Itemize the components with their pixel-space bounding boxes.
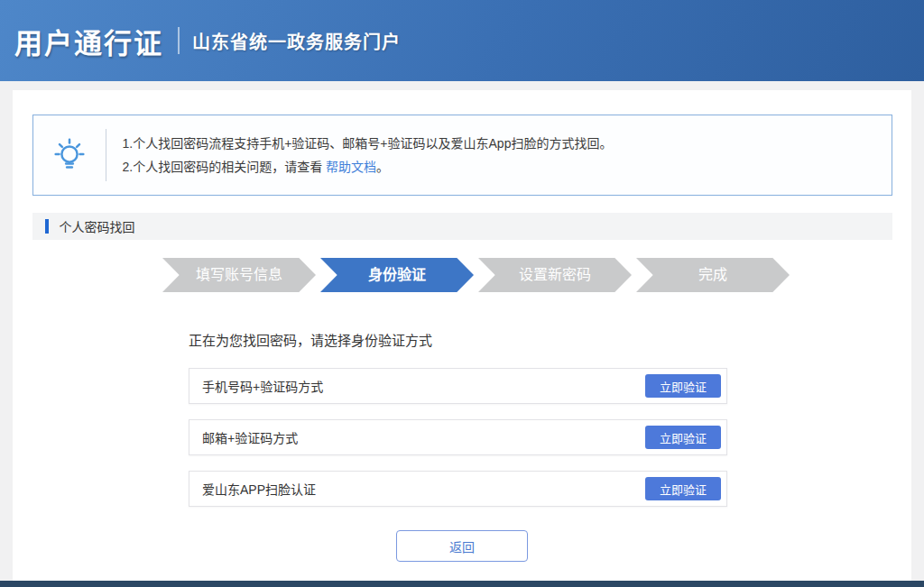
intro-text: 正在为您找回密码，请选择身份验证方式 [189, 332, 911, 350]
option-label-email: 邮箱+验证码方式 [202, 428, 298, 446]
option-label-app: 爱山东APP扫脸认证 [202, 480, 316, 498]
step-account-info: 填写账号信息 [162, 258, 316, 292]
lightbulb-icon [33, 134, 106, 176]
verify-button-phone[interactable]: 立即验证 [645, 374, 721, 398]
back-button[interactable]: 返回 [396, 530, 528, 562]
page-background: { "header": { "brand": "用户通行证", "portal"… [0, 0, 924, 587]
portal-title: 山东省统一政务服务门户 [192, 28, 401, 54]
notice-line-2-suffix: 。 [376, 160, 389, 174]
notice-box: 1.个人找回密码流程支持手机+验证码、邮箱号+验证码以及爱山东App扫脸的方式找… [32, 115, 892, 196]
option-row-email: 邮箱+验证码方式 立即验证 [189, 419, 727, 455]
option-label-phone: 手机号码+验证码方式 [202, 377, 323, 395]
accent-bar [45, 219, 49, 234]
verify-button-app[interactable]: 立即验证 [645, 477, 721, 500]
header-divider [178, 27, 180, 54]
brand-title: 用户通行证 [14, 21, 163, 61]
step-new-password: 设置新密码 [478, 258, 632, 292]
header: 用户通行证 山东省统一政务服务门户 [0, 0, 924, 81]
step-identity-verify: 身份验证 [320, 258, 474, 292]
step-complete: 完成 [636, 258, 790, 292]
options-list: 手机号码+验证码方式 立即验证 邮箱+验证码方式 立即验证 爱山东APP扫脸认证… [189, 368, 727, 507]
section-title-bar: 个人密码找回 [32, 213, 892, 240]
option-row-phone: 手机号码+验证码方式 立即验证 [189, 368, 727, 404]
notice-line-2: 2.个人找回密码的相关问题，请查看 帮助文档。 [123, 155, 613, 179]
notice-line-1: 1.个人找回密码流程支持手机+验证码、邮箱号+验证码以及爱山东App扫脸的方式找… [123, 132, 613, 155]
verify-button-email[interactable]: 立即验证 [645, 426, 721, 449]
steps-bar: 填写账号信息 身份验证 设置新密码 完成 [162, 258, 911, 292]
content-card: 1.个人找回密码流程支持手机+验证码、邮箱号+验证码以及爱山东App扫脸的方式找… [13, 90, 911, 582]
help-doc-link[interactable]: 帮助文档 [326, 160, 376, 174]
notice-text: 1.个人找回密码流程支持手机+验证码、邮箱号+验证码以及爱山东App扫脸的方式找… [106, 132, 613, 179]
notice-line-2-prefix: 2.个人找回密码的相关问题，请查看 [123, 160, 327, 174]
option-row-app: 爱山东APP扫脸认证 立即验证 [189, 471, 727, 507]
footer-bar [0, 581, 924, 587]
page-title: 个人密码找回 [60, 217, 135, 235]
